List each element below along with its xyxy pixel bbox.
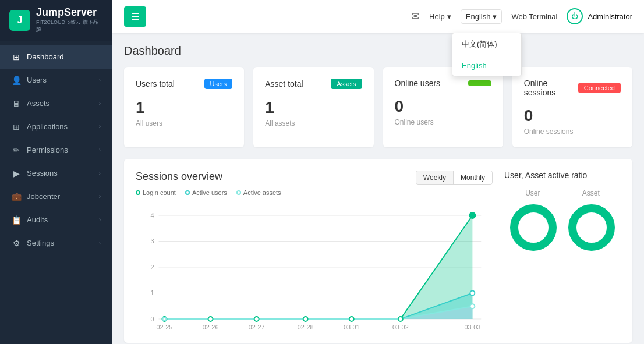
sidebar-nav: ⊞ Dashboard 👤 Users › 🖥 Assets › ⊞ Appli… — [0, 41, 112, 344]
sidebar-item-label: Audits — [27, 215, 48, 224]
stat-value: 0 — [524, 107, 621, 125]
svg-point-25 — [398, 317, 403, 321]
chevron-icon: › — [99, 193, 101, 200]
svg-point-29 — [162, 317, 166, 321]
sidebar-item-applications[interactable]: ⊞ Applications › — [0, 115, 112, 139]
chevron-icon: › — [99, 217, 101, 223]
assets-icon: 🖥 — [12, 99, 21, 108]
settings-icon: ⚙ — [12, 239, 21, 248]
lang-option-zh[interactable]: 中文(简体) — [452, 33, 521, 55]
audits-icon: 📋 — [12, 215, 21, 225]
stat-header: Online sessions Connected — [524, 79, 621, 97]
ratio-asset-label: Asset — [582, 189, 600, 197]
stat-badge[interactable]: Assets — [331, 79, 362, 89]
legend-label-active-users: Active users — [192, 189, 227, 196]
chevron-icon: › — [99, 147, 101, 153]
chevron-icon: › — [99, 77, 101, 83]
chevron-icon: › — [99, 100, 101, 107]
language-button[interactable]: English ▾ — [461, 9, 503, 24]
legend-active-assets: Active assets — [236, 189, 281, 196]
svg-text:03-02: 03-02 — [392, 324, 409, 331]
stat-sub: Online users — [395, 118, 491, 126]
help-button[interactable]: Help ▾ — [429, 12, 451, 21]
language-label: English — [466, 12, 491, 21]
stat-value: 1 — [265, 98, 362, 117]
sessions-chart: 4 3 2 1 0 02-25 02-26 02-27 02-28 03-01 … — [136, 203, 493, 331]
ratio-circles — [504, 204, 621, 251]
sessions-header: Sessions overview Weekly Monthly — [136, 171, 493, 185]
stat-badge-connected: Connected — [578, 83, 621, 93]
chevron-icon: › — [99, 240, 101, 246]
header-left: ☰ — [124, 6, 146, 27]
sidebar-item-settings[interactable]: ⚙ Settings › — [0, 232, 112, 255]
logo-text: JumpServer FIT2CLOUD飞致云 旗下品牌 — [36, 7, 103, 34]
sidebar-item-permissions[interactable]: ✏ Permissions › — [0, 139, 112, 162]
sessions-title: Sessions overview — [136, 171, 222, 183]
permissions-icon: ✏ — [12, 146, 21, 155]
sidebar-item-jobcenter[interactable]: 💼 Jobcenter › — [0, 185, 112, 208]
mail-icon[interactable]: ✉ — [411, 10, 420, 23]
applications-icon: ⊞ — [12, 122, 21, 132]
legend-dot-active-assets — [236, 190, 241, 195]
svg-point-22 — [254, 317, 259, 321]
sidebar-item-assets[interactable]: 🖥 Assets › — [0, 92, 112, 115]
power-icon: ⏻ — [567, 8, 583, 24]
chart-container: 4 3 2 1 0 02-25 02-26 02-27 02-28 03-01 … — [136, 203, 493, 331]
sidebar-item-label: Permissions — [27, 146, 68, 154]
svg-text:0: 0 — [151, 315, 154, 322]
ratio-circle-user — [510, 204, 557, 251]
help-label: Help — [429, 12, 445, 21]
stat-sub: All users — [136, 119, 232, 127]
sidebar-item-label: Settings — [27, 239, 54, 247]
sidebar-item-users[interactable]: 👤 Users › — [0, 69, 112, 92]
svg-text:02-27: 02-27 — [249, 324, 265, 331]
stat-title: Online users — [395, 79, 441, 88]
web-terminal-button[interactable]: Web Terminal — [511, 12, 557, 21]
svg-text:03-01: 03-01 — [344, 324, 360, 331]
logo-main: JumpServer — [36, 7, 103, 19]
stat-badge[interactable]: Users — [204, 79, 233, 89]
stats-row: Users total Users 1 All users Asset tota… — [124, 67, 632, 147]
dashboard-icon: ⊞ — [12, 52, 21, 62]
weekly-button[interactable]: Weekly — [416, 171, 453, 184]
legend-dot-login — [136, 190, 140, 195]
help-chevron-icon: ▾ — [447, 12, 451, 21]
header: ☰ ✉ Help ▾ English ▾ Web Terminal ⏻ Admi… — [112, 0, 644, 33]
svg-point-24 — [349, 317, 354, 321]
chart-legend: Login count Active users Active assets — [136, 189, 493, 196]
stat-value: 1 — [136, 98, 232, 117]
ratio-title: User, Asset active ratio — [504, 171, 621, 180]
monthly-button[interactable]: Monthly — [453, 171, 492, 184]
language-chevron-icon: ▾ — [493, 12, 497, 21]
sessions-right: User, Asset active ratio User Asset — [504, 171, 621, 331]
admin-button[interactable]: ⏻ Administrator — [567, 8, 632, 24]
svg-point-28 — [470, 291, 475, 296]
jobcenter-icon: 💼 — [12, 192, 21, 201]
users-icon: 👤 — [12, 76, 21, 85]
stat-value: 0 — [395, 97, 491, 116]
logo-icon: J — [9, 10, 30, 31]
stat-title: Users total — [136, 79, 175, 88]
stat-card-assets: Asset total Assets 1 All assets — [253, 67, 373, 147]
sidebar-item-dashboard[interactable]: ⊞ Dashboard — [0, 45, 112, 69]
ratio-user-label: User — [525, 189, 540, 197]
stat-card-online-sessions: Online sessions Connected 0 Online sessi… — [512, 67, 632, 147]
sidebar-item-audits[interactable]: 📋 Audits › — [0, 208, 112, 232]
language-dropdown: 中文(简体) English — [452, 33, 522, 76]
sidebar-item-label: Assets — [27, 99, 49, 108]
svg-point-23 — [303, 317, 308, 321]
stat-card-online-users: Online users 0 Online users — [383, 67, 503, 147]
svg-text:02-25: 02-25 — [157, 324, 173, 331]
sidebar: J JumpServer FIT2CLOUD飞致云 旗下品牌 ⊞ Dashboa… — [0, 0, 112, 344]
svg-text:02-28: 02-28 — [298, 324, 314, 331]
svg-point-26 — [469, 212, 475, 218]
svg-text:1: 1 — [151, 289, 154, 296]
sessions-card: Sessions overview Weekly Monthly Login c… — [124, 159, 632, 343]
sessions-left: Sessions overview Weekly Monthly Login c… — [136, 171, 493, 331]
stat-card-users: Users total Users 1 All users — [124, 67, 244, 147]
svg-text:03-03: 03-03 — [465, 324, 481, 331]
stat-sub: Online sessions — [524, 127, 621, 136]
lang-option-en[interactable]: English — [452, 55, 521, 76]
sidebar-item-sessions[interactable]: ▶ Sessions › — [0, 162, 112, 185]
hamburger-button[interactable]: ☰ — [124, 6, 146, 27]
